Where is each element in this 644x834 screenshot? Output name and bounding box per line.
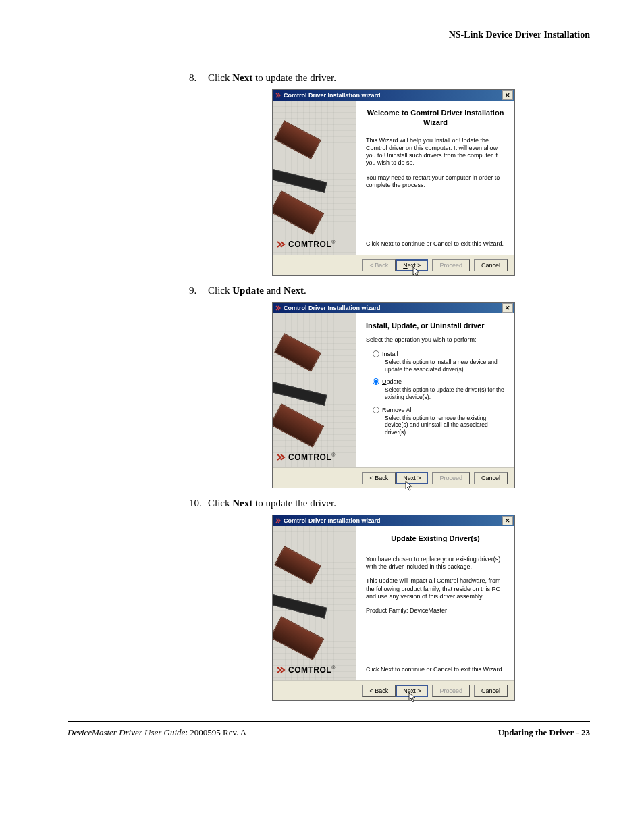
radio-input-0[interactable] bbox=[373, 350, 379, 357]
wizard-1-tail: Click Next to continue or Cancel to exit… bbox=[366, 240, 505, 248]
wizard-1-p2: You may need to restart your computer in… bbox=[366, 174, 505, 190]
next-button[interactable]: Next > bbox=[396, 685, 428, 697]
wizard-1-heading: Welcome to Comtrol Driver Installation W… bbox=[366, 109, 505, 128]
back-button: < Back bbox=[362, 259, 396, 271]
proceed-button: Proceed bbox=[432, 685, 470, 697]
radio-label: Update bbox=[382, 378, 402, 385]
cancel-button[interactable]: Cancel bbox=[474, 259, 508, 271]
wizard-2-titlebar[interactable]: Comtrol Driver Installation wizard ✕ bbox=[273, 303, 514, 313]
back-button[interactable]: < Back bbox=[362, 685, 396, 697]
wizard-3-family: Product Family: DeviceMaster bbox=[366, 607, 505, 615]
cancel-button[interactable]: Cancel bbox=[474, 472, 508, 484]
proceed-button: Proceed bbox=[432, 472, 470, 484]
radio-label: Remove All bbox=[382, 407, 413, 413]
cancel-button[interactable]: Cancel bbox=[474, 685, 508, 697]
wizard-2-intro: Select the operation you wish to perform… bbox=[366, 336, 505, 344]
comtrol-logo: COMTROL® bbox=[273, 662, 356, 680]
wizard-side-image: COMTROL® bbox=[273, 101, 356, 255]
wizard-3-titlebar[interactable]: Comtrol Driver Installation wizard ✕ bbox=[273, 515, 514, 526]
wizard-dialog-1: Comtrol Driver Installation wizard ✕ bbox=[272, 89, 515, 276]
wizard-3-heading: Update Existing Driver(s) bbox=[366, 534, 505, 544]
radio-option-1[interactable]: UpdateSelect this option to update the d… bbox=[373, 378, 505, 400]
close-icon[interactable]: ✕ bbox=[502, 516, 513, 525]
proceed-button: Proceed bbox=[432, 259, 470, 271]
step-9-number: 9. bbox=[189, 285, 196, 296]
app-icon bbox=[275, 517, 281, 524]
step-10-number: 10. bbox=[189, 498, 202, 509]
wizard-1-titlebar[interactable]: Comtrol Driver Installation wizard ✕ bbox=[273, 90, 514, 101]
radio-label: Install bbox=[382, 350, 398, 357]
wizard-3-p2: This update will impact all Comtrol hard… bbox=[366, 577, 505, 600]
radio-option-0[interactable]: InstallSelect this option to install a n… bbox=[373, 350, 505, 373]
radio-option-2[interactable]: Remove AllSelect this option to remove t… bbox=[373, 407, 505, 436]
next-button[interactable]: Next > bbox=[396, 259, 428, 271]
app-icon bbox=[275, 305, 281, 311]
next-button[interactable]: Next > bbox=[396, 472, 428, 484]
radio-input-1[interactable] bbox=[373, 378, 379, 385]
close-icon[interactable]: ✕ bbox=[502, 303, 513, 313]
footer-right: Updating the Driver - 23 bbox=[498, 727, 590, 738]
wizard-dialog-2: Comtrol Driver Installation wizard ✕ bbox=[272, 302, 515, 488]
wizard-3-p1: You have chosen to replace your existing… bbox=[366, 556, 505, 571]
wizard-side-image: COMTROL® bbox=[273, 526, 356, 680]
step-10-text: Click Next to update the driver. bbox=[208, 498, 336, 509]
page-header: NS-Link Device Driver Installation bbox=[68, 30, 590, 45]
step-9: 9. Click Update and Next. Comtrol Driver… bbox=[189, 285, 590, 488]
wizard-3-title: Comtrol Driver Installation wizard bbox=[284, 517, 381, 524]
step-8-number: 8. bbox=[189, 72, 196, 84]
wizard-dialog-3: Comtrol Driver Installation wizard ✕ bbox=[272, 515, 515, 701]
wizard-2-title: Comtrol Driver Installation wizard bbox=[284, 305, 381, 311]
step-9-text: Click Update and Next. bbox=[208, 285, 306, 296]
radio-input-2[interactable] bbox=[373, 407, 379, 413]
comtrol-logo: COMTROL® bbox=[273, 450, 356, 467]
app-icon bbox=[275, 92, 281, 99]
footer-left: DeviceMaster Driver User Guide: 2000595 … bbox=[68, 727, 246, 738]
wizard-1-p1: This Wizard will help you Install or Upd… bbox=[366, 137, 505, 167]
radio-description: Select this option to install a new devi… bbox=[385, 359, 505, 373]
radio-description: Select this option to update the driver(… bbox=[385, 386, 505, 400]
close-icon[interactable]: ✕ bbox=[502, 90, 513, 100]
operation-radio-group: InstallSelect this option to install a n… bbox=[373, 350, 505, 441]
back-button[interactable]: < Back bbox=[362, 472, 396, 484]
step-10: 10. Click Next to update the driver. Com… bbox=[189, 498, 590, 701]
comtrol-logo: COMTROL® bbox=[273, 237, 356, 255]
step-8-text: Click Next to update the driver. bbox=[208, 72, 336, 83]
wizard-1-title: Comtrol Driver Installation wizard bbox=[284, 92, 381, 99]
step-8: 8. Click Next to update the driver. Comt… bbox=[189, 72, 590, 276]
radio-description: Select this option to remove the existin… bbox=[385, 415, 505, 436]
wizard-3-tail: Click Next to continue or Cancel to exit… bbox=[366, 666, 505, 673]
wizard-2-heading: Install, Update, or Uninstall driver bbox=[366, 321, 505, 331]
wizard-side-image: COMTROL® bbox=[273, 313, 356, 467]
